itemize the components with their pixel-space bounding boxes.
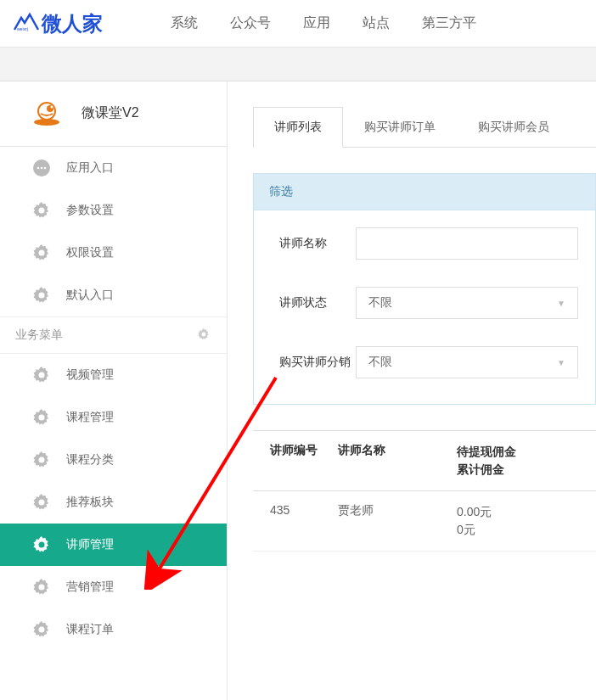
gear-icon[interactable] (198, 328, 210, 343)
filter-row-status: 讲师状态 不限 ▼ (271, 287, 578, 319)
sidebar-item-label: 推荐板块 (66, 495, 114, 510)
gear-icon (32, 535, 51, 554)
app-title-section: 微课堂V2 (0, 81, 227, 147)
sidebar-item-teacher[interactable]: 讲师管理 (0, 524, 227, 566)
table-row: 435 贾老师 0.00元 0元 (253, 491, 596, 552)
gear-icon (32, 366, 51, 384)
sidebar-item-label: 应用入口 (66, 160, 114, 176)
cell-name: 贾老师 (338, 503, 457, 539)
tab-teacher-member[interactable]: 购买讲师会员 (457, 107, 571, 148)
svg-point-14 (39, 372, 45, 378)
gear-icon (32, 451, 51, 469)
chat-icon (32, 159, 51, 177)
header-name: 讲师名称 (338, 443, 457, 479)
svg-point-17 (39, 500, 45, 506)
sidebar-item-course[interactable]: 课程管理 (0, 396, 227, 439)
chevron-down-icon: ▼ (557, 358, 565, 367)
sidebar-item-label: 权限设置 (66, 245, 114, 260)
filter-label-status: 讲师状态 (271, 295, 356, 311)
sidebar-item-label: 课程分类 (66, 452, 114, 468)
gear-icon (32, 493, 51, 512)
svg-point-20 (39, 627, 45, 633)
header-id: 讲师编号 (253, 443, 338, 479)
filter-body: 讲师名称 讲师状态 不限 ▼ 购买讲师分销 不限 ▼ (254, 210, 595, 404)
cell-id: 435 (253, 503, 338, 539)
sidebar-item-params[interactable]: 参数设置 (0, 189, 227, 232)
nav-item-thirdparty[interactable]: 第三方平 (422, 14, 476, 32)
gear-icon (32, 408, 51, 427)
gear-icon (32, 286, 51, 305)
gear-icon (32, 620, 51, 639)
filter-row-name: 讲师名称 (271, 227, 578, 260)
sidebar: 微课堂V2 应用入口 参数设置 权限设置 (0, 81, 228, 700)
nav-items: 系统 公众号 应用 站点 第三方平 (171, 14, 476, 32)
sidebar-item-app-entry[interactable]: 应用入口 (0, 147, 227, 189)
gear-icon (32, 244, 51, 262)
tabs: 讲师列表 购买讲师订单 购买讲师会员 (253, 107, 596, 148)
svg-point-10 (39, 208, 45, 214)
svg-point-8 (41, 167, 43, 170)
sidebar-item-category[interactable]: 课程分类 (0, 439, 227, 481)
filter-box: 筛选 讲师名称 讲师状态 不限 ▼ 购买讲师分销 不限 (253, 173, 596, 405)
pending-commission: 0.00元 (457, 503, 596, 521)
table-header: 讲师编号 讲师名称 待提现佣金 累计佣金 (253, 431, 596, 491)
sidebar-item-default[interactable]: 默认入口 (0, 274, 227, 316)
filter-label-name: 讲师名称 (271, 236, 356, 251)
svg-point-13 (202, 332, 206, 336)
section-label: 业务菜单 (15, 328, 63, 343)
nav-item-site[interactable]: 站点 (363, 14, 390, 32)
main-container: 微课堂V2 应用入口 参数设置 权限设置 (0, 81, 596, 700)
top-nav: weixrj 微人家 系统 公众号 应用 站点 第三方平 (0, 0, 596, 48)
teacher-dist-select[interactable]: 不限 ▼ (356, 346, 578, 378)
cell-commission: 0.00元 0元 (457, 503, 596, 539)
sidebar-item-label: 课程管理 (66, 410, 114, 425)
sidebar-item-label: 默认入口 (66, 288, 114, 303)
filter-label-dist: 购买讲师分销 (271, 355, 356, 370)
sidebar-item-orders[interactable]: 课程订单 (0, 608, 227, 651)
tab-teacher-list[interactable]: 讲师列表 (253, 107, 343, 148)
svg-point-9 (44, 167, 47, 170)
sidebar-item-recommend[interactable]: 推荐板块 (0, 481, 227, 524)
section-header-business: 业务菜单 (0, 316, 227, 354)
nav-item-system[interactable]: 系统 (171, 14, 198, 32)
tab-teacher-orders[interactable]: 购买讲师订单 (343, 107, 457, 148)
svg-point-15 (39, 415, 45, 421)
logo-icon: weixrj (13, 11, 40, 36)
svg-point-12 (39, 293, 45, 299)
sidebar-item-label: 营销管理 (66, 580, 114, 595)
logo-text: 微人家 (42, 10, 103, 37)
main-content: 讲师列表 购买讲师订单 购买讲师会员 筛选 讲师名称 讲师状态 不限 ▼ (228, 81, 596, 700)
sidebar-item-label: 课程订单 (66, 622, 114, 637)
total-commission: 0元 (457, 521, 596, 539)
filter-header: 筛选 (254, 174, 595, 210)
select-value: 不限 (368, 295, 392, 311)
sidebar-item-label: 讲师管理 (66, 537, 114, 552)
svg-point-18 (39, 542, 45, 548)
select-value: 不限 (368, 355, 392, 370)
sidebar-item-label: 参数设置 (66, 203, 114, 218)
svg-point-5 (51, 106, 53, 109)
gear-icon (32, 578, 51, 596)
header-commission: 待提现佣金 累计佣金 (457, 443, 596, 479)
sidebar-item-video[interactable]: 视频管理 (0, 354, 227, 396)
teacher-status-select[interactable]: 不限 ▼ (356, 287, 578, 319)
svg-point-16 (39, 457, 45, 463)
gray-bar (0, 48, 596, 81)
sidebar-item-permissions[interactable]: 权限设置 (0, 232, 227, 274)
app-title-text: 微课堂V2 (82, 104, 139, 122)
filter-row-distribution: 购买讲师分销 不限 ▼ (271, 346, 578, 378)
teacher-table: 讲师编号 讲师名称 待提现佣金 累计佣金 435 贾老师 0.00元 0元 (253, 430, 596, 552)
svg-point-11 (39, 250, 45, 256)
svg-point-7 (37, 167, 40, 170)
nav-item-app[interactable]: 应用 (303, 14, 330, 32)
gear-icon (32, 201, 51, 220)
nav-item-wechat[interactable]: 公众号 (230, 14, 271, 32)
svg-text:weixrj: weixrj (17, 26, 28, 31)
svg-point-19 (39, 585, 45, 591)
chevron-down-icon: ▼ (557, 299, 565, 308)
app-icon (32, 98, 61, 127)
sidebar-item-marketing[interactable]: 营销管理 (0, 566, 227, 608)
teacher-name-input[interactable] (356, 227, 578, 260)
sidebar-item-label: 视频管理 (66, 367, 114, 383)
logo[interactable]: weixrj 微人家 (13, 10, 103, 37)
